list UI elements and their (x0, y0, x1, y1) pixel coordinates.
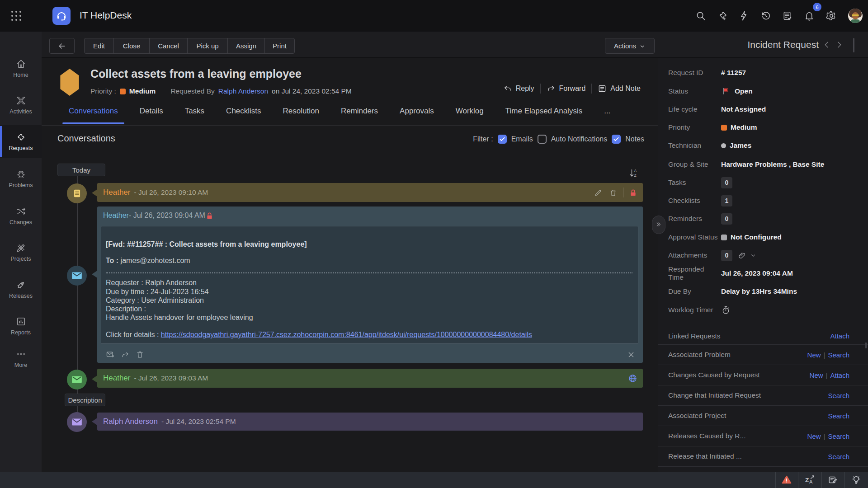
tab--[interactable]: ... (604, 107, 610, 124)
tab-tasks[interactable]: Tasks (185, 107, 204, 124)
search-link[interactable]: Search (828, 392, 849, 399)
sidebar-item-changes[interactable]: Changes (0, 199, 42, 232)
worklog-timer-icon[interactable] (721, 305, 731, 315)
search-icon[interactable] (696, 11, 706, 21)
lock-icon (629, 188, 637, 197)
email-body-line: Due by time : 24-Jul-2023 16:54 (106, 287, 632, 296)
delete-note-icon[interactable] (609, 188, 618, 197)
paperclip-icon[interactable] (738, 251, 746, 260)
add-note-icon (598, 84, 607, 93)
collapse-email-icon[interactable] (627, 351, 635, 358)
reply-mail-icon[interactable] (106, 350, 115, 359)
globe-icon[interactable] (628, 374, 637, 383)
tab-resolution[interactable]: Resolution (283, 107, 319, 124)
next-request-icon[interactable] (835, 41, 843, 49)
sidebar-item-releases[interactable]: Releases (0, 272, 42, 306)
linked-section-row: Release that Initiated ...Search (658, 446, 868, 466)
conversation-sender[interactable]: Heather (103, 374, 130, 383)
search-link[interactable]: Search (828, 453, 849, 460)
new-link[interactable]: New (807, 432, 821, 440)
attach-link[interactable]: Attach (830, 371, 849, 379)
releases-icon (16, 280, 26, 290)
history-icon[interactable] (761, 11, 771, 21)
zia-icon[interactable]: ZA (804, 474, 815, 485)
warning-icon[interactable] (781, 475, 792, 485)
conversation-sender[interactable]: Heather (103, 188, 130, 197)
sidebar-item-problems[interactable]: Problems (0, 162, 42, 195)
tab-checklists[interactable]: Checklists (226, 107, 261, 124)
linked-section-row: Associated ProblemNew|Search (658, 344, 868, 365)
new-link[interactable]: New (807, 351, 821, 359)
email-body-line: Handle Assets handover for employee leav… (106, 313, 632, 322)
sidebar-item-projects[interactable]: Projects (0, 235, 42, 269)
tab-details[interactable]: Details (140, 107, 163, 124)
tab-reminders[interactable]: Reminders (341, 107, 378, 124)
reply-button[interactable]: Reply (503, 84, 534, 93)
sidebar-item-activities[interactable]: Activities (0, 88, 42, 122)
edit-button[interactable]: Edit (84, 38, 114, 54)
previous-request-icon[interactable] (823, 41, 831, 49)
bell-icon[interactable] (804, 11, 815, 21)
sidebar-item-requests[interactable]: Requests (0, 125, 42, 158)
back-button[interactable] (49, 38, 75, 54)
email-subject: [Fwd: ##11257## : Collect assets from a … (106, 240, 632, 249)
pick-up-button[interactable]: Pick up (187, 38, 228, 54)
attach-link[interactable]: Attach (830, 332, 849, 340)
sidebar-item-reports[interactable]: Reports (0, 309, 42, 343)
conversation-row-note[interactable]: Heather- Jul 26, 2023 09:10 AM (97, 183, 643, 202)
conversation-sender[interactable]: Ralph Anderson (103, 417, 158, 426)
filter-checkbox-notes[interactable] (612, 135, 621, 144)
conversation-sender[interactable]: Heather (103, 211, 129, 220)
technician-dot (721, 143, 726, 148)
scrollbar-thumb[interactable] (853, 38, 854, 52)
property-row: Attachments0 (658, 249, 868, 262)
delete-mail-icon[interactable] (136, 350, 144, 359)
conversation-row-email[interactable]: Heather- Jul 26, 2023 09:03 AM (97, 369, 643, 388)
requester-link[interactable]: Ralph Anderson (218, 87, 268, 95)
lightning-icon[interactable] (739, 11, 750, 21)
property-row: Reminders0 (658, 212, 868, 225)
sidebar-item-home[interactable]: Home (0, 52, 42, 85)
add-note-button[interactable]: Add Note (598, 84, 641, 93)
tab-conversations[interactable]: Conversations (69, 107, 118, 124)
search-link[interactable]: Search (828, 432, 849, 440)
assign-button[interactable]: Assign (227, 38, 265, 54)
print-button[interactable]: Print (264, 38, 295, 54)
note-edit-icon[interactable] (828, 475, 838, 485)
forward-mail-icon[interactable] (121, 350, 130, 359)
sidebar-item-more[interactable]: More (0, 342, 42, 375)
edit-note-icon[interactable] (594, 188, 603, 197)
tab-approvals[interactable]: Approvals (400, 107, 434, 124)
close-button[interactable]: Close (113, 38, 150, 54)
email-body-line: Category : User Administration (106, 296, 632, 305)
actions-button[interactable]: Actions (605, 38, 655, 54)
search-link[interactable]: Search (828, 351, 849, 359)
cancel-button[interactable]: Cancel (149, 38, 188, 54)
filter-checkbox-auto-notifications[interactable] (538, 135, 547, 144)
search-link[interactable]: Search (828, 412, 849, 420)
bulb-icon[interactable] (851, 475, 861, 485)
forward-button[interactable]: Forward (547, 84, 586, 93)
panel-collapse-handle[interactable] (652, 216, 665, 234)
linked-section-label: Associated Project (668, 412, 828, 420)
status-flag-icon (721, 87, 731, 96)
filter-checkbox-emails[interactable] (498, 135, 507, 144)
tab-time-elapsed-analysis[interactable]: Time Elapsed Analysis (505, 107, 582, 124)
scrollbar-thumb[interactable] (865, 343, 867, 348)
app-grid-icon[interactable] (11, 11, 21, 21)
property-row: PriorityMedium (658, 121, 868, 134)
home-icon (16, 59, 26, 69)
sort-icon[interactable]: AZ (628, 168, 639, 178)
caret-down-icon (639, 43, 646, 49)
gear-icon[interactable] (826, 10, 837, 21)
conversation-row-email[interactable]: Heather- Jul 26, 2023 09:04 AM (97, 206, 643, 225)
ticket-add-icon[interactable] (717, 11, 728, 21)
conversation-row-email[interactable]: Ralph Anderson- Jul 24, 2023 02:54 PM (97, 413, 643, 431)
email-body: [Fwd: ##11257## : Collect assets from a … (101, 226, 638, 344)
feedback-icon[interactable] (783, 11, 793, 21)
caret-down-icon[interactable] (750, 252, 756, 258)
new-link[interactable]: New (810, 371, 823, 379)
user-avatar[interactable] (848, 9, 863, 23)
tab-worklog[interactable]: Worklog (456, 107, 484, 124)
email-details-link[interactable]: https://sdpodgayathri.gayathri-7257.csez… (161, 331, 532, 338)
